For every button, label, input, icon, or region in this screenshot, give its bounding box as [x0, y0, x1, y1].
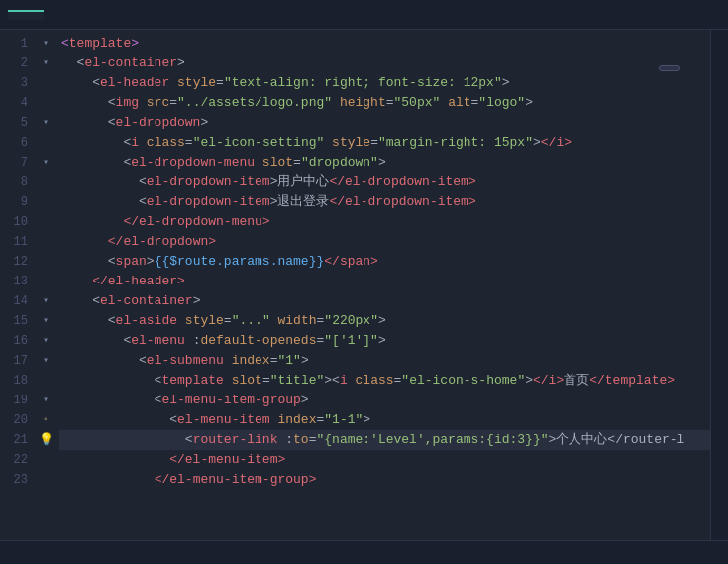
breadcrumb: [0, 540, 728, 564]
line-number: 6: [0, 133, 28, 153]
code-line: <el-dropdown-item>用户中心</el-dropdown-item…: [59, 172, 710, 192]
line-number: 20: [0, 410, 28, 430]
line-number: 15: [0, 311, 28, 331]
gutter-item: [36, 133, 55, 153]
code-line: <el-container>: [59, 291, 710, 311]
code-line: <router-link :to="{name:'Level',params:{…: [59, 430, 710, 450]
gutter-item: [36, 192, 55, 212]
line-number: 12: [0, 252, 28, 272]
gutter-item: [36, 252, 55, 272]
line-number: 10: [0, 212, 28, 232]
code-line: <el-header style="text-align: right; fon…: [59, 73, 710, 93]
gutter-item: [36, 371, 55, 391]
line-number: 19: [0, 391, 28, 410]
line-number: 22: [0, 450, 28, 470]
line-number: 11: [0, 232, 28, 252]
code-line: <el-container>: [59, 54, 710, 73]
code-line: <template slot="title"><i class="el-icon…: [59, 371, 710, 391]
line-number: 21: [0, 430, 28, 450]
gutter-item: ▾: [36, 391, 55, 410]
line-number: 5: [0, 113, 28, 133]
line-number: 16: [0, 331, 28, 351]
gutter-item: ▾: [36, 351, 55, 371]
line-number: 13: [0, 272, 28, 291]
gutter-item: [36, 450, 55, 470]
gutter-item: [36, 73, 55, 93]
gutter-item: [36, 232, 55, 252]
code-line: <el-dropdown>: [59, 113, 710, 133]
code-line: <el-dropdown-menu slot="dropdown">: [59, 153, 710, 172]
gutter-item: ▾: [36, 153, 55, 172]
code-line: <el-menu-item-group>: [59, 391, 710, 410]
gutter-item: ▾: [36, 54, 55, 73]
gutter-item: ▾: [36, 113, 55, 133]
reader-mode-button[interactable]: [659, 65, 680, 71]
code-line: </el-dropdown>: [59, 232, 710, 252]
code-line: <el-submenu index="1">: [59, 351, 710, 371]
code-line: <el-dropdown-item>退出登录</el-dropdown-item…: [59, 192, 710, 212]
code-line: <el-menu-item index="1-1">: [59, 410, 710, 430]
line-number: 7: [0, 153, 28, 172]
gutter-item: 💡: [36, 430, 55, 450]
gutter-item: ▾: [36, 34, 55, 54]
code-content[interactable]: <template> <el-container> <el-header sty…: [55, 30, 710, 540]
gutter-item: [36, 470, 55, 490]
gutter-item: [36, 272, 55, 291]
code-line: <span>{{$route.params.name}}</span>: [59, 252, 710, 272]
code-line: </el-dropdown-menu>: [59, 212, 710, 232]
code-line: </el-header>: [59, 272, 710, 291]
code-line: <img src="../assets/logo.png" height="50…: [59, 93, 710, 113]
line-number: 23: [0, 470, 28, 490]
line-number: 17: [0, 351, 28, 371]
line-number: 1: [0, 34, 28, 54]
gutter: ▾▾▾▾▾▾▾▾▾◦💡: [36, 30, 55, 540]
title-bar: [0, 0, 728, 30]
line-number: 18: [0, 371, 28, 391]
line-number: 4: [0, 93, 28, 113]
gutter-item: ▾: [36, 311, 55, 331]
code-line: <i class="el-icon-setting" style="margin…: [59, 133, 710, 153]
code-line: </el-menu-item-group>: [59, 470, 710, 490]
line-number: 2: [0, 54, 28, 73]
gutter-item: [36, 172, 55, 192]
code-line: <el-aside style="..." width="220px">: [59, 311, 710, 331]
main-vue-tab[interactable]: [8, 10, 44, 20]
gutter-item: ◦: [36, 410, 55, 430]
line-number: 14: [0, 291, 28, 311]
editor-area: 1234567891011121314151617181920212223 ▾▾…: [0, 30, 728, 540]
code-line: <template>: [59, 34, 710, 54]
code-line: </el-menu-item>: [59, 450, 710, 470]
gutter-item: ▾: [36, 291, 55, 311]
tab-group: [8, 10, 44, 20]
gutter-item: ▾: [36, 331, 55, 351]
line-number: 3: [0, 73, 28, 93]
line-numbers: 1234567891011121314151617181920212223: [0, 30, 36, 540]
code-line: <el-menu :default-openeds="['1']">: [59, 331, 710, 351]
line-number: 9: [0, 192, 28, 212]
minimap[interactable]: [710, 30, 728, 540]
gutter-item: [36, 212, 55, 232]
line-number: 8: [0, 172, 28, 192]
gutter-item: [36, 93, 55, 113]
